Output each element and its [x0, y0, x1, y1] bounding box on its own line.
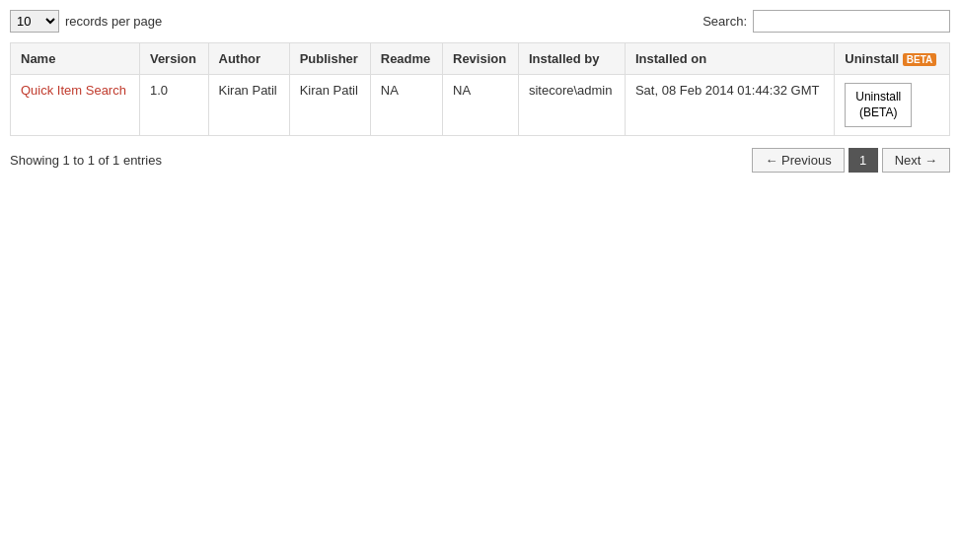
col-publisher: Publisher	[289, 43, 370, 75]
col-name: Name	[11, 43, 140, 75]
beta-badge-header: BETA	[903, 53, 936, 66]
pagination: ← Previous 1 Next →	[752, 148, 950, 173]
next-button[interactable]: Next →	[882, 148, 950, 173]
page-number-1[interactable]: 1	[849, 148, 878, 173]
top-bar: 10 25 50 100 records per page Search:	[10, 10, 950, 33]
search-input[interactable]	[753, 10, 950, 33]
col-installed-by: Installed by	[518, 43, 625, 75]
name-link[interactable]: Quick Item Search	[21, 83, 126, 98]
col-version: Version	[139, 43, 208, 75]
cell-publisher: Kiran Patil	[289, 75, 370, 136]
records-per-page-section: 10 25 50 100 records per page	[10, 10, 162, 33]
cell-installed-on: Sat, 08 Feb 2014 01:44:32 GMT	[625, 75, 834, 136]
table-row: Quick Item Search 1.0 Kiran Patil Kiran …	[11, 75, 950, 136]
cell-author: Kiran Patil	[208, 75, 289, 136]
records-per-page-label: records per page	[65, 14, 162, 29]
col-installed-on: Installed on	[625, 43, 834, 75]
showing-entries: Showing 1 to 1 of 1 entries	[10, 153, 162, 168]
cell-uninstall: Uninstall(BETA)	[835, 75, 950, 136]
col-uninstall: Uninstall BETA	[835, 43, 950, 75]
search-section: Search:	[702, 10, 950, 33]
packages-table: Name Version Author Publisher Readme Rev…	[10, 42, 950, 136]
col-readme: Readme	[370, 43, 442, 75]
uninstall-button[interactable]: Uninstall(BETA)	[845, 83, 912, 127]
cell-readme: NA	[370, 75, 442, 136]
records-per-page-select[interactable]: 10 25 50 100	[10, 10, 59, 33]
search-label: Search:	[702, 14, 747, 29]
col-revision: Revision	[443, 43, 519, 75]
bottom-bar: Showing 1 to 1 of 1 entries ← Previous 1…	[10, 148, 950, 173]
cell-version: 1.0	[139, 75, 208, 136]
table-header-row: Name Version Author Publisher Readme Rev…	[11, 43, 950, 75]
cell-installed-by: sitecore\admin	[518, 75, 625, 136]
cell-revision: NA	[443, 75, 519, 136]
col-author: Author	[208, 43, 289, 75]
prev-button[interactable]: ← Previous	[752, 148, 844, 173]
cell-name: Quick Item Search	[11, 75, 140, 136]
